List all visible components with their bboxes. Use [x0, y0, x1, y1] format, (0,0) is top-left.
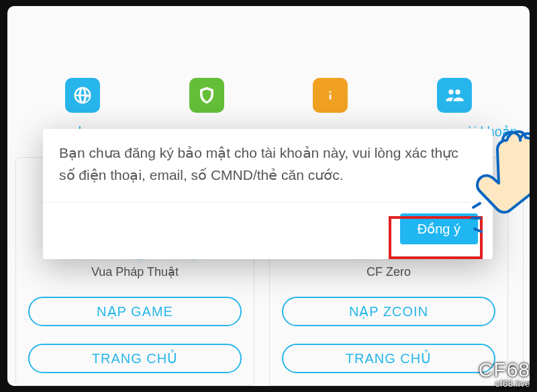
watermark-line2: cf68.live: [479, 380, 530, 388]
security-modal: Bạn chưa đăng ký bảo mật cho tài khoản n…: [43, 129, 493, 259]
agree-button[interactable]: Đồng ý: [400, 213, 478, 244]
app-viewport: L ài khoản Vua Pháp Thuật Vua Pháp Thuật…: [7, 6, 530, 386]
modal-footer: Đồng ý: [43, 203, 493, 259]
outer-frame: L ài khoản Vua Pháp Thuật Vua Pháp Thuật…: [0, 0, 537, 392]
watermark-line1: CF68: [479, 360, 530, 380]
modal-message: Bạn chưa đăng ký bảo mật cho tài khoản n…: [43, 129, 493, 203]
watermark: CF68 cf68.live: [479, 360, 530, 388]
